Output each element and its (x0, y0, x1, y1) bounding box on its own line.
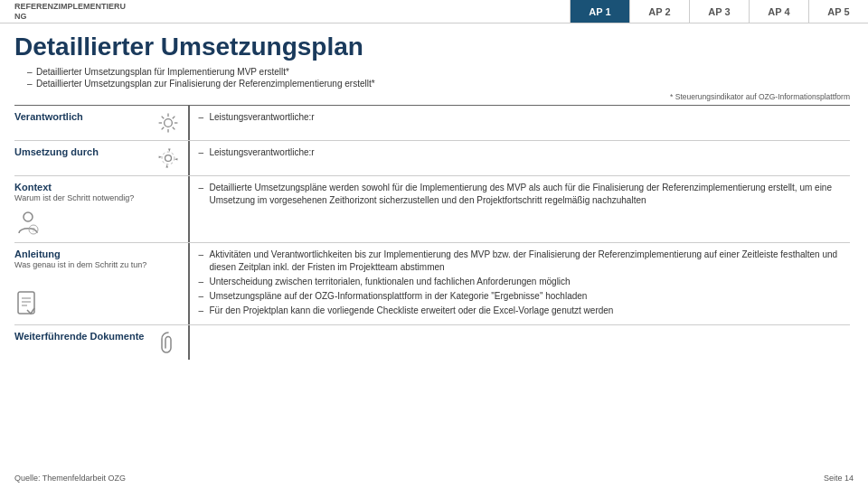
tab-ap1[interactable]: AP 1 (570, 0, 629, 23)
subtitle-item-2: Detaillierter Umsetzungsplan zur Finalis… (27, 79, 850, 89)
umsetzung-icon-area (156, 146, 181, 170)
right-col-umsetzung: Leistungsverantwortliche:r (192, 141, 851, 175)
left-col-kontext: Kontext Warum ist der Schritt notwendig?… (14, 176, 186, 242)
verantwortlich-icon-area (156, 111, 181, 135)
page-title: Detaillierter Umsetzungsplan (14, 33, 850, 61)
verantwortlich-label: Verantwortlich (14, 111, 152, 122)
row-anleitung: Anleitung Was genau ist in dem Schritt z… (14, 243, 850, 325)
svg-point-10 (162, 152, 175, 164)
svg-line-8 (162, 127, 165, 130)
divider-kontext (188, 176, 190, 242)
divider-anleitung (188, 243, 190, 324)
nav-title: REFERENZIMPLEMENTIERU NG (0, 2, 570, 22)
anleitung-item-3: Umsetzungspläne auf der OZG-Informations… (199, 290, 851, 303)
weiterfuehrende-icon-area (156, 331, 181, 354)
steuerung-note: * Steuerungsindikator auf OZG-Informatio… (14, 92, 850, 101)
svg-rect-14 (18, 292, 34, 314)
svg-point-9 (165, 155, 172, 162)
divider-verantwortlich (188, 106, 190, 140)
svg-line-6 (173, 127, 175, 130)
verantwortlich-title: Verantwortlich (14, 111, 152, 122)
left-col-umsetzung: Umsetzung durch (14, 141, 186, 175)
ap-tabs: AP 1 AP 2 AP 3 AP 4 AP 5 (570, 0, 868, 23)
umsetzung-label: Umsetzung durch (14, 146, 152, 157)
page-number: Seite 14 (824, 474, 854, 483)
row-verantwortlich: Verantwortlich (14, 106, 850, 141)
document-icon (14, 290, 40, 319)
verantwortlich-item-1: Leistungsverantwortliche:r (199, 111, 851, 124)
row-weiterfuehrende: Weiterführende Dokumente (14, 325, 850, 360)
anleitung-subtitle: Was genau ist in dem Schritt zu tun? (14, 260, 181, 269)
svg-line-5 (162, 117, 165, 119)
anleitung-label: Anleitung Was genau ist in dem Schritt z… (14, 249, 181, 269)
right-col-anleitung: Aktivitäten und Verantwortlichkeiten bis… (192, 243, 851, 324)
sun-icon (156, 111, 180, 135)
row-umsetzung: Umsetzung durch Leistungsverantwo (14, 141, 850, 176)
svg-point-11 (24, 212, 33, 221)
divider-weiterfuehrende (188, 325, 190, 360)
source-footer: Quelle: Themenfeldarbeit OZG (14, 474, 126, 483)
right-col-verantwortlich: Leistungsverantwortliche:r (192, 106, 851, 140)
umsetzung-title: Umsetzung durch (14, 146, 152, 157)
left-col-anleitung: Anleitung Was genau ist in dem Schritt z… (14, 243, 186, 324)
paperclip-icon (158, 331, 178, 354)
svg-text:?: ? (32, 227, 35, 233)
kontext-label: Kontext Warum ist der Schritt notwendig? (14, 182, 181, 202)
anleitung-item-1: Aktivitäten und Verantwortlichkeiten bis… (199, 249, 851, 274)
svg-line-7 (173, 117, 175, 119)
anleitung-title: Anleitung (14, 249, 181, 259)
weiterfuehrende-title: Weiterführende Dokumente (14, 331, 152, 342)
top-nav: REFERENZIMPLEMENTIERU NG AP 1 AP 2 AP 3 … (0, 0, 868, 23)
left-col-verantwortlich: Verantwortlich (14, 106, 186, 140)
divider-umsetzung (188, 141, 190, 175)
kontext-subtitle: Warum ist der Schritt notwendig? (14, 193, 181, 202)
row-kontext: Kontext Warum ist der Schritt notwendig?… (14, 176, 850, 243)
umsetzung-item-1: Leistungsverantwortliche:r (199, 146, 851, 159)
tab-ap5[interactable]: AP 5 (808, 0, 868, 23)
left-col-weiterfuehrende: Weiterführende Dokumente (14, 325, 186, 360)
subtitle-item-1: Detaillierter Umsetzungsplan für Impleme… (27, 67, 850, 77)
anleitung-item-2: Unterscheidung zwischen territorialen, f… (199, 276, 851, 288)
subtitle-list: Detaillierter Umsetzungsplan für Impleme… (14, 67, 850, 89)
tab-ap3[interactable]: AP 3 (689, 0, 749, 23)
svg-point-0 (165, 119, 173, 127)
kontext-title: Kontext (14, 182, 181, 192)
weiterfuehrende-label: Weiterführende Dokumente (14, 331, 152, 342)
right-col-weiterfuehrende (192, 325, 851, 360)
right-col-kontext: Detaillierte Umsetzungspläne werden sowo… (192, 176, 851, 242)
person-icon: ? (14, 210, 42, 237)
info-table: Verantwortlich (14, 105, 850, 360)
tab-ap4[interactable]: AP 4 (749, 0, 808, 23)
main-content: Detaillierter Umsetzungsplan Detailliert… (0, 23, 868, 365)
anleitung-item-4: Für den Projektplan kann die vorliegende… (199, 305, 851, 317)
kontext-item-1: Detaillierte Umsetzungspläne werden sowo… (199, 182, 851, 207)
tab-ap2[interactable]: AP 2 (629, 0, 689, 23)
gear-icon (156, 146, 180, 170)
